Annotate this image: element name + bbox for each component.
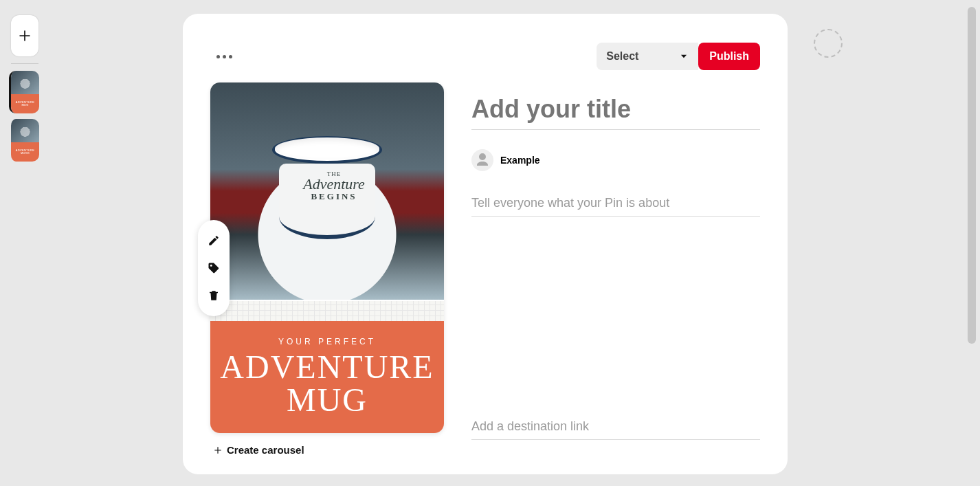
pin-kicker: YOUR PERFECT [278,337,376,346]
board-select-label: Select [606,50,638,63]
divider [11,63,38,64]
thumb-sub: MUG [11,104,39,107]
title-input[interactable] [471,89,760,130]
form-column: Example [471,82,760,461]
description-input[interactable] [471,190,760,217]
pin-thumbnails: ADVENTURE MUG ADVENTURE MUGS [11,71,39,162]
tag-products-button[interactable] [198,254,230,282]
plus-icon [213,445,223,455]
pin-thumbnail[interactable]: ADVENTURE MUG [9,71,39,113]
pin-title-line1: ADVENTURE [220,351,434,384]
mug-text-adventure: Adventure [293,177,375,191]
delete-image-button[interactable] [198,282,230,309]
pin-photo: THE Adventure BEGINS [210,82,444,300]
mug-text-begins: BEGINS [293,191,375,202]
create-carousel-button[interactable]: Create carousel [210,444,444,456]
left-rail: ADVENTURE MUG ADVENTURE MUGS [0,0,48,486]
header-actions: Select Publish [597,43,760,70]
trash-icon [208,289,220,302]
pin-title-line2: MUG [287,384,368,417]
author-row: Example [471,149,760,171]
thumb-sub: MUGS [11,152,39,155]
pin-editor-card: Select Publish THE [183,14,788,474]
mug-illustration: THE Adventure BEGINS [265,136,389,246]
board-select[interactable]: Select [597,43,698,70]
edit-image-button[interactable] [198,227,230,254]
tag-icon [208,262,220,274]
preview-column: THE Adventure BEGINS YOUR PERFECT ADVENT… [210,82,444,461]
card-body: THE Adventure BEGINS YOUR PERFECT ADVENT… [210,82,760,461]
add-pin-button[interactable] [11,15,38,56]
dots-icon [216,55,220,58]
publish-button[interactable]: Publish [698,43,760,70]
pin-preview[interactable]: THE Adventure BEGINS YOUR PERFECT ADVENT… [210,82,444,433]
help-button[interactable] [814,29,843,58]
pin-builder-app: ADVENTURE MUG ADVENTURE MUGS [0,0,980,486]
more-options-button[interactable] [210,43,238,70]
pencil-icon [208,234,220,247]
pin-caption: YOUR PERFECT ADVENTURE MUG [210,321,444,433]
destination-link-input[interactable] [471,414,760,440]
person-icon [474,152,491,168]
plus-icon [18,29,32,43]
torn-paper-divider [210,300,444,321]
avatar[interactable] [471,149,493,171]
scrollbar[interactable] [968,7,976,344]
preview-tools [198,220,230,316]
pin-thumbnail[interactable]: ADVENTURE MUGS [9,119,39,162]
author-name: Example [500,155,540,166]
card-header: Select Publish [210,41,760,71]
create-carousel-label: Create carousel [227,444,304,456]
chevron-down-icon [679,52,689,61]
